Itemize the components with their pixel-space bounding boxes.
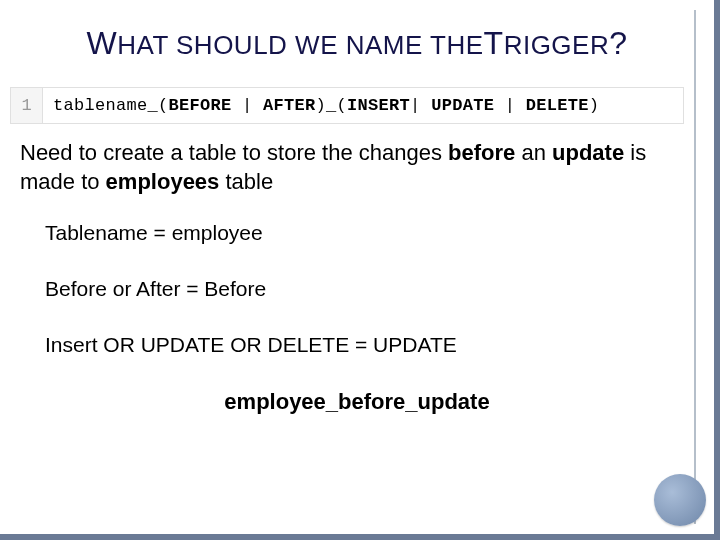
code-delete: DELETE: [526, 96, 589, 115]
code-sep2: |: [410, 96, 431, 115]
code-block: 1 tablename_(BEFORE | AFTER)_(INSERT| UP…: [10, 87, 684, 124]
desc-t2: an: [515, 140, 552, 165]
desc-update: update: [552, 140, 624, 165]
answer-timing: Before or After = Before: [45, 277, 699, 301]
line-number: 1: [11, 88, 43, 123]
title-text-1: HAT SHOULD WE NAME THE: [117, 30, 483, 60]
code-insert: INSERT: [347, 96, 410, 115]
answer-tablename: Tablename = employee: [45, 221, 699, 245]
code-before: BEFORE: [169, 96, 232, 115]
decorative-circle-icon: [654, 474, 706, 526]
code-line: tablename_(BEFORE | AFTER)_(INSERT| UPDA…: [43, 88, 609, 123]
desc-t1: Need to create a table to store the chan…: [20, 140, 448, 165]
code-suffix: ): [589, 96, 600, 115]
title-qmark: ?: [609, 25, 627, 61]
code-sep3: |: [494, 96, 526, 115]
code-update: UPDATE: [431, 96, 494, 115]
answer-operation: Insert OR UPDATE OR DELETE = UPDATE: [45, 333, 699, 357]
result-name: employee_before_update: [15, 389, 699, 415]
vertical-rule: [694, 10, 696, 524]
title-text-2: RIGGER: [504, 30, 610, 60]
desc-t4: table: [219, 169, 273, 194]
answers-list: Tablename = employee Before or After = B…: [45, 221, 699, 357]
description: Need to create a table to store the chan…: [20, 139, 694, 196]
slide: WHAT SHOULD WE NAME THETRIGGER? 1 tablen…: [0, 0, 720, 540]
desc-before: before: [448, 140, 515, 165]
code-sep: |: [232, 96, 264, 115]
title-cap-w: W: [86, 25, 117, 61]
desc-employees: employees: [106, 169, 220, 194]
code-mid: )_(: [316, 96, 348, 115]
code-prefix: tablename_(: [53, 96, 169, 115]
title-cap-t: T: [484, 25, 504, 61]
slide-title: WHAT SHOULD WE NAME THETRIGGER?: [15, 25, 699, 62]
code-after: AFTER: [263, 96, 316, 115]
